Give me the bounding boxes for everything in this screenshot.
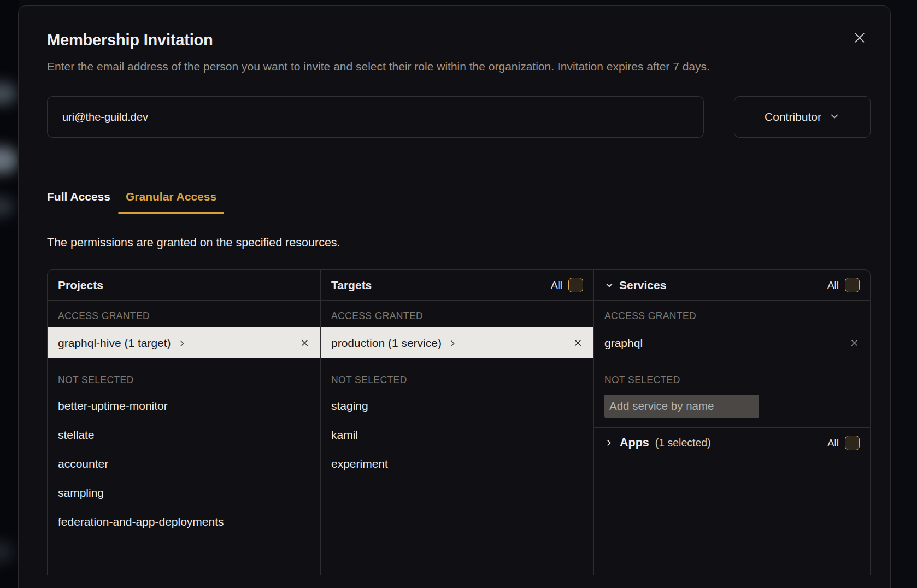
project-item[interactable]: federation-and-app-deployments [48, 507, 320, 536]
close-button[interactable] [851, 29, 868, 46]
modal-title: Membership Invitation [47, 31, 871, 49]
targets-select-all: All [551, 278, 583, 292]
remove-target-button[interactable] [573, 338, 583, 348]
projects-column: Projects ACCESS GRANTED graphql-hive (1 … [48, 270, 321, 575]
x-icon [849, 338, 860, 348]
target-item[interactable]: staging [321, 391, 593, 420]
background-blur-blob [0, 82, 17, 105]
chevron-right-icon [448, 339, 457, 348]
chevron-right-icon [604, 438, 614, 448]
close-icon [853, 31, 867, 45]
targets-column: Targets All ACCESS GRANTED production (1… [321, 270, 594, 575]
apps-count: (1 selected) [655, 437, 711, 449]
granted-project-label: graphql-hive (1 target) [58, 337, 171, 350]
targets-all-label: All [551, 279, 562, 291]
background-blur-blob [0, 541, 14, 563]
resources-table: Projects ACCESS GRANTED graphql-hive (1 … [47, 269, 871, 575]
project-item[interactable]: accounter [48, 449, 320, 478]
targets-header: Targets All [321, 270, 593, 301]
granted-target-row[interactable]: production (1 service) [321, 327, 593, 358]
target-item[interactable]: kamil [321, 420, 593, 449]
background-blur-blob [0, 197, 14, 216]
access-tabs: Full Access Granular Access [47, 190, 871, 213]
targets-header-label: Targets [331, 279, 372, 292]
project-item[interactable]: sampling [48, 478, 320, 507]
project-item[interactable]: stellate [48, 420, 320, 449]
apps-select-all: All [827, 436, 860, 450]
projects-header-label: Projects [58, 279, 103, 292]
add-service-input[interactable] [604, 395, 759, 418]
apps-section-row[interactable]: Apps (1 selected) All [594, 427, 870, 458]
chevron-right-icon [178, 339, 187, 348]
chevron-down-icon [829, 111, 840, 125]
granted-service-row[interactable]: graphql [594, 327, 870, 358]
invite-row: Contributor [47, 96, 871, 138]
services-column: Services All ACCESS GRANTED graphql NOT … [594, 270, 870, 575]
permissions-note: The permissions are granted on the speci… [47, 236, 871, 250]
access-granted-label: ACCESS GRANTED [321, 304, 593, 327]
services-select-all: All [827, 278, 860, 292]
modal-description: Enter the email address of the person yo… [47, 57, 828, 77]
access-granted-label: ACCESS GRANTED [594, 304, 870, 327]
project-item[interactable]: better-uptime-monitor [48, 391, 320, 420]
apps-all-label: All [827, 437, 839, 449]
role-selected-value: Contributor [765, 110, 821, 124]
background-blur-blob [0, 146, 19, 174]
blurred-page-background [0, 0, 19, 588]
remove-service-button[interactable] [849, 338, 860, 348]
services-header-label: Services [619, 279, 666, 292]
x-icon [573, 338, 583, 348]
not-selected-label: NOT SELECTED [594, 368, 870, 391]
services-header[interactable]: Services All [594, 270, 870, 301]
membership-invitation-modal: Membership Invitation Enter the email ad… [18, 5, 891, 588]
projects-header: Projects [48, 270, 320, 301]
targets-all-checkbox[interactable] [568, 278, 583, 292]
granted-project-row[interactable]: graphql-hive (1 target) [48, 327, 320, 358]
services-all-checkbox[interactable] [845, 278, 860, 292]
not-selected-label: NOT SELECTED [48, 368, 320, 391]
tab-full-access[interactable]: Full Access [47, 190, 110, 213]
not-selected-label: NOT SELECTED [321, 368, 593, 391]
tab-granular-access[interactable]: Granular Access [126, 190, 216, 213]
x-icon [299, 338, 310, 348]
chevron-down-icon [604, 280, 614, 290]
apps-label: Apps [620, 436, 649, 450]
email-input[interactable] [47, 96, 704, 138]
access-granted-label: ACCESS GRANTED [48, 304, 320, 327]
granted-service-label: graphql [604, 337, 643, 350]
remove-project-button[interactable] [299, 338, 310, 348]
services-all-label: All [827, 279, 839, 291]
target-item[interactable]: experiment [321, 449, 593, 478]
apps-all-checkbox[interactable] [845, 436, 860, 450]
role-select[interactable]: Contributor [734, 96, 871, 138]
granted-target-label: production (1 service) [331, 337, 442, 350]
